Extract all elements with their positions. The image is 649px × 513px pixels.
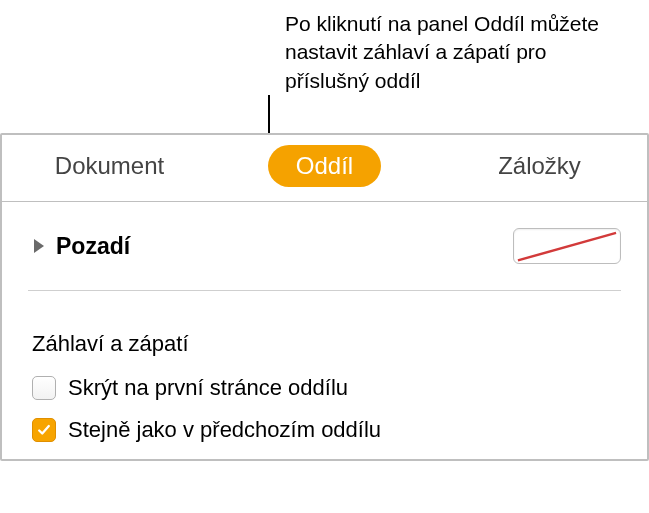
same-previous-row: Stejně jako v předchozím oddílu [28,417,621,443]
background-color-well[interactable] [513,228,621,264]
background-row-left: Pozadí [34,233,130,260]
headers-footers-title: Záhlaví a zápatí [28,331,621,357]
annotation-text: Po kliknutí na panel Oddíl můžete nastav… [285,10,625,95]
tab-bookmarks[interactable]: Záložky [432,152,647,180]
checkmark-icon [37,423,51,437]
tab-section-label: Oddíl [268,145,381,187]
tabs-bar: Dokument Oddíl Záložky [2,135,647,202]
hide-first-page-label: Skrýt na první stránce oddílu [68,375,348,401]
same-previous-label: Stejně jako v předchozím oddílu [68,417,381,443]
same-previous-checkbox[interactable] [32,418,56,442]
hide-first-page-row: Skrýt na první stránce oddílu [28,375,621,401]
background-label: Pozadí [56,233,130,260]
background-row: Pozadí [28,202,621,291]
hide-first-page-checkbox[interactable] [32,376,56,400]
inspector-panel: Dokument Oddíl Záložky Pozadí Záhlaví a … [0,133,649,461]
tab-document[interactable]: Dokument [2,152,217,180]
svg-line-0 [518,233,616,260]
no-fill-icon [514,229,620,264]
tab-section[interactable]: Oddíl [217,145,432,187]
disclosure-triangle-icon[interactable] [34,239,44,253]
panel-body: Pozadí Záhlaví a zápatí Skrýt na první s… [2,202,647,443]
